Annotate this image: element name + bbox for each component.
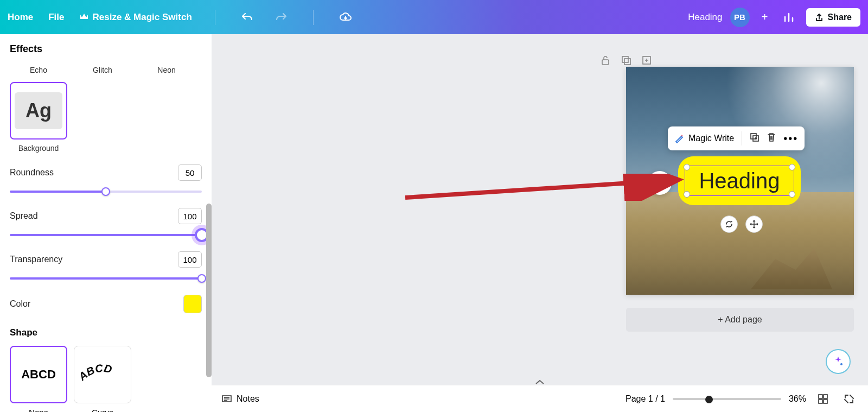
spread-label: Spread [10,211,38,221]
transparency-input[interactable] [178,251,202,268]
notes-icon [221,394,232,404]
shape-section-title: Shape [10,327,202,338]
move-button[interactable] [745,215,763,233]
spread-control: Spread [10,208,202,239]
separator [742,131,742,145]
delete-button[interactable] [767,132,776,144]
divider [313,10,314,25]
color-control: Color [10,295,202,313]
effects-body: Echo Glitch Neon Ag Background Roundness [0,61,212,412]
svg-text:+: + [662,177,666,182]
sync-button[interactable] [720,215,738,233]
style-background-thumb[interactable]: Ag [10,82,67,140]
main: Effects Echo Glitch Neon Ag Background R… [0,34,868,412]
svg-rect-25 [824,395,827,398]
roundness-label: Roundness [10,168,54,178]
insights-button[interactable] [780,8,799,27]
style-echo[interactable]: Echo [10,61,67,74]
style-echo-label: Echo [30,66,47,74]
fullscreen-button[interactable] [840,390,858,408]
style-background-label: Background [18,144,59,153]
roundness-input[interactable] [178,164,202,181]
magic-write-button[interactable]: Magic Write [674,134,734,143]
bottom-bar: Notes Page 1 / 1 36% [212,385,868,412]
style-background[interactable]: Ag Background [10,82,67,153]
floating-toolbar: Magic Write ••• [668,126,805,150]
svg-point-23 [840,363,843,365]
undo-button[interactable] [238,8,257,27]
svg-rect-24 [819,395,822,398]
ai-suggest-button[interactable]: + [648,171,672,195]
style-neon[interactable]: Neon [138,61,195,74]
nav-home[interactable]: Home [8,12,33,23]
resize-handle[interactable] [684,191,690,198]
roundness-control: Roundness [10,164,202,196]
page-indicator[interactable]: Page 1 / 1 [626,394,665,404]
upload-icon [815,13,824,22]
svg-text:ABCD: ABCD [78,362,113,383]
top-left: Home File Resize & Magic Switch [8,8,355,27]
selection-outline [685,166,794,196]
sidebar-scrollbar[interactable] [206,62,212,385]
add-member-button[interactable]: + [757,10,773,25]
spread-input[interactable] [178,208,202,224]
style-neon-label: Neon [157,66,175,74]
notes-label: Notes [237,394,259,404]
nav-resize-magic[interactable]: Resize & Magic Switch [80,12,192,23]
resize-handle[interactable] [789,164,795,170]
shape-none[interactable]: ABCD None [10,346,67,412]
duplicate-page-icon[interactable] [620,54,633,67]
add-page-button[interactable]: + Add page [626,308,854,332]
canvas-area[interactable]: Magic Write ••• Heading + + Add page [212,34,868,412]
magic-write-icon [674,134,684,143]
style-glitch-label: Glitch [93,66,112,74]
roundness-slider[interactable] [10,187,202,196]
svg-rect-17 [624,59,630,65]
transparency-control: Transparency [10,251,202,283]
duplicate-button[interactable] [750,132,760,144]
user-avatar[interactable]: PB [730,8,750,27]
resize-handle[interactable] [789,191,795,198]
page-tools [599,54,653,67]
color-label: Color [10,299,30,309]
divider [215,10,215,25]
share-button[interactable]: Share [806,8,860,27]
more-button[interactable]: ••• [783,132,798,145]
text-element[interactable]: Heading [678,156,801,205]
top-bar: Home File Resize & Magic Switch Heading … [0,0,868,34]
shape-curve-label: Curve [74,408,131,412]
zoom-slider[interactable] [673,395,781,403]
add-page-icon[interactable] [640,54,653,67]
share-label: Share [828,12,852,22]
zoom-value[interactable]: 36% [789,394,806,404]
transparency-slider[interactable] [10,274,202,283]
shape-curve[interactable]: ABCD Curve [74,346,131,412]
element-tools [720,215,763,233]
redo-button[interactable] [272,8,290,27]
style-background-sample: Ag [15,92,62,129]
cloud-sync-icon[interactable] [336,8,355,27]
svg-rect-15 [602,60,609,65]
effects-panel: Effects Echo Glitch Neon Ag Background R… [0,34,212,412]
top-right: Heading PB + Share [688,8,860,27]
grid-view-button[interactable] [814,390,832,408]
nav-file[interactable]: File [48,12,64,23]
style-glitch[interactable]: Glitch [74,61,131,74]
effects-title: Effects [0,34,212,61]
resize-handle[interactable] [684,164,690,170]
assistant-fab[interactable] [826,349,851,374]
crown-icon [80,12,88,23]
svg-rect-26 [819,400,822,403]
page-lock-icon[interactable] [599,54,612,67]
color-swatch[interactable] [183,295,202,313]
notes-button[interactable]: Notes [221,394,259,404]
shape-none-sample: ABCD [21,367,56,382]
spread-slider[interactable] [10,231,202,239]
shape-none-label: None [10,408,67,412]
design-title[interactable]: Heading [688,12,722,23]
nav-resize-label: Resize & Magic Switch [93,12,192,23]
transparency-label: Transparency [10,255,62,264]
svg-rect-16 [622,56,628,62]
magic-write-label: Magic Write [688,134,734,143]
svg-rect-27 [824,400,827,403]
